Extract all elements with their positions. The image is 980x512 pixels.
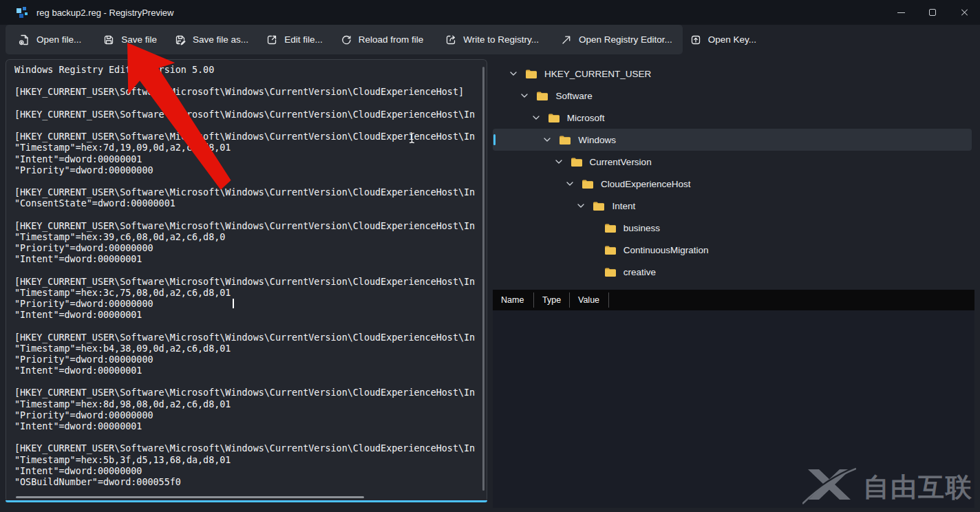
write-to-registry-button[interactable]: Write to Registry... xyxy=(436,28,548,52)
folder-icon xyxy=(593,201,605,211)
tree-item-label: business xyxy=(624,223,660,233)
open-file-label: Open file... xyxy=(36,34,81,45)
folder-icon xyxy=(604,245,617,255)
editor-line xyxy=(14,376,476,387)
open-registry-editor-label: Open Registry Editor... xyxy=(579,34,672,45)
open-key-icon xyxy=(690,34,701,45)
editor-line: Windows Registry Editor Version 5.00 xyxy=(14,65,476,76)
editor-line: [HKEY_CURRENT_USER\Software\Microsoft\Wi… xyxy=(14,332,476,343)
editor-line: "Priority"=dword:00000000 xyxy=(14,354,476,365)
maximize-icon xyxy=(929,9,936,16)
edit-file-button[interactable]: Edit file... xyxy=(257,28,332,52)
editor-line xyxy=(14,176,476,187)
editor-line: "Timestamp"=hex:3c,75,08,0d,a2,c6,d8,01 xyxy=(14,288,476,299)
registry-file-editor[interactable]: Windows Registry Editor Version 5.00[HKE… xyxy=(6,59,487,502)
edit-file-label: Edit file... xyxy=(284,34,323,45)
tree-item-label: CurrentVersion xyxy=(590,157,652,167)
maximize-button[interactable] xyxy=(917,0,948,25)
tree-row-business[interactable]: business xyxy=(493,217,972,239)
tree-row-creative[interactable]: creative xyxy=(493,261,972,283)
folder-icon xyxy=(604,223,617,233)
open-file-button[interactable]: Open file... xyxy=(10,28,90,52)
tree-item-label: Windows xyxy=(578,135,616,145)
editor-line: "Priority"=dword:00000000 xyxy=(14,299,476,310)
reload-from-file-button[interactable]: Reload from file xyxy=(332,28,433,52)
chevron-down-icon[interactable] xyxy=(521,94,528,98)
editor-line: "Intent"=dword:00000001 xyxy=(14,154,476,165)
chevron-down-icon[interactable] xyxy=(566,182,573,186)
editor-line: [HKEY_CURRENT_USER\Software\Microsoft\Wi… xyxy=(14,387,476,398)
editor-line: "Priority"=dword:00000000 xyxy=(14,410,476,421)
open-key-button[interactable]: Open Key... xyxy=(681,28,765,52)
tree-row-windows[interactable]: Windows xyxy=(493,129,972,151)
chevron-down-icon[interactable] xyxy=(544,138,551,142)
editor-line: [HKEY_CURRENT_USER\Software\Microsoft\Wi… xyxy=(14,87,476,98)
folder-icon xyxy=(536,91,548,101)
editor-line: "Timestamp"=hex:39,c6,08,0d,a2,c6,d8,0 xyxy=(14,232,476,243)
tree-row-continuousmigration[interactable]: ContinuousMigration xyxy=(493,239,972,261)
tree-row-intent[interactable]: Intent xyxy=(493,195,972,217)
tree-row-hkey_current_user[interactable]: HKEY_CURRENT_USER xyxy=(493,63,972,85)
write-to-registry-label: Write to Registry... xyxy=(463,34,539,45)
chevron-down-icon[interactable] xyxy=(577,204,584,208)
open-registry-editor-button[interactable]: Open Registry Editor... xyxy=(552,28,681,52)
tree-row-microsoft[interactable]: Microsoft xyxy=(493,107,972,129)
tree-item-label: creative xyxy=(624,267,656,277)
save-file-icon xyxy=(103,34,114,45)
editor-line xyxy=(14,432,476,443)
chevron-down-icon[interactable] xyxy=(533,116,540,120)
editor-line: "Priority"=dword:00000000 xyxy=(14,165,476,176)
window-title: reg backup2.reg - RegistryPreview xyxy=(36,8,173,18)
ibeam-cursor xyxy=(408,132,416,144)
save-file-button[interactable]: Save file xyxy=(94,28,166,52)
editor-line: "ConsentState"=dword:00000001 xyxy=(14,198,476,209)
app-icon xyxy=(17,7,28,19)
editor-line: [HKEY_CURRENT_USER\Software\Microsoft\Wi… xyxy=(14,109,476,120)
folder-icon xyxy=(571,157,583,167)
editor-line xyxy=(14,76,476,87)
minimize-icon xyxy=(897,12,905,13)
editor-line: "Timestamp"=hex:5b,3f,d5,13,68,da,d8,01 xyxy=(14,455,476,466)
editor-line: "Intent"=dword:00000001 xyxy=(14,365,476,376)
editor-line xyxy=(14,321,476,332)
value-table-body xyxy=(493,310,974,508)
column-divider xyxy=(608,292,609,308)
tree-row-software[interactable]: Software xyxy=(493,85,972,107)
tree-item-label: Microsoft xyxy=(567,113,605,123)
value-table-header: Name Type Value xyxy=(493,290,974,310)
horizontal-scrollbar[interactable] xyxy=(16,496,364,498)
editor-line: "Intent"=dword:00000001 xyxy=(14,421,476,432)
tree-item-label: Software xyxy=(555,91,592,101)
write-registry-icon xyxy=(445,34,456,45)
save-file-label: Save file xyxy=(121,34,157,45)
tree-row-currentversion[interactable]: CurrentVersion xyxy=(493,151,972,173)
column-header-name[interactable]: Name xyxy=(493,290,533,310)
open-key-label: Open Key... xyxy=(708,34,756,45)
folder-icon xyxy=(548,113,560,123)
editor-line: [HKEY_CURRENT_USER\Software\Microsoft\Wi… xyxy=(14,187,476,198)
chevron-down-icon[interactable] xyxy=(510,72,517,76)
tree-row-cloudexperiencehost[interactable]: CloudExperienceHost xyxy=(493,173,972,195)
editor-line: "Intent"=dword:00000001 xyxy=(14,254,476,265)
vertical-scrollbar[interactable] xyxy=(482,67,484,491)
open-registry-editor-icon xyxy=(561,34,572,45)
command-bar: Open file... Save file Save file as... E… xyxy=(6,25,683,54)
save-file-as-button[interactable]: Save file as... xyxy=(166,28,257,52)
text-caret xyxy=(233,299,234,308)
tree-item-label: HKEY_CURRENT_USER xyxy=(544,69,651,79)
tree-item-label: Intent xyxy=(612,201,635,211)
editor-line: "Priority"=dword:00000000 xyxy=(14,243,476,254)
close-icon xyxy=(960,8,968,17)
chevron-down-icon[interactable] xyxy=(555,160,562,164)
column-header-value[interactable]: Value xyxy=(570,290,608,310)
editor-line xyxy=(14,120,476,131)
editor-line xyxy=(14,98,476,109)
editor-line: [HKEY_CURRENT_USER\Software\Microsoft\Wi… xyxy=(14,221,476,232)
folder-icon xyxy=(525,69,537,79)
close-button[interactable] xyxy=(948,0,980,25)
editor-line: "OSBuildNumber"=dword:000055f0 xyxy=(14,477,476,488)
column-header-type[interactable]: Type xyxy=(534,290,569,310)
open-file-icon xyxy=(19,34,30,45)
reload-from-file-label: Reload from file xyxy=(359,34,424,45)
minimize-button[interactable] xyxy=(885,0,917,25)
